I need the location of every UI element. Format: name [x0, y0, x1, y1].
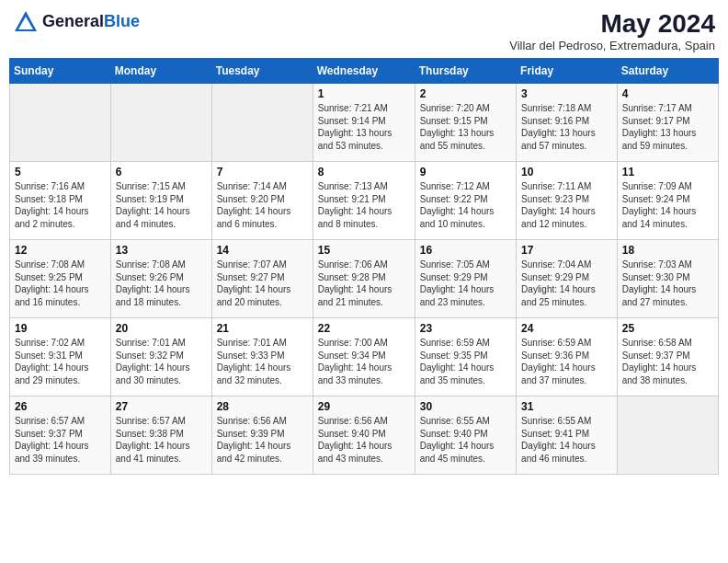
day-info: Sunrise: 7:01 AM Sunset: 9:32 PM Dayligh… [116, 337, 207, 386]
logo-blue: Blue [104, 12, 140, 30]
day-number: 18 [622, 244, 713, 257]
calendar-cell [211, 84, 313, 162]
calendar-cell: 13Sunrise: 7:08 AM Sunset: 9:26 PM Dayli… [110, 240, 211, 318]
day-number: 2 [420, 87, 511, 100]
day-number: 12 [15, 244, 106, 257]
day-info: Sunrise: 7:20 AM Sunset: 9:15 PM Dayligh… [420, 102, 511, 152]
day-number: 19 [15, 322, 106, 335]
day-number: 6 [116, 166, 207, 178]
day-info: Sunrise: 7:13 AM Sunset: 9:21 PM Dayligh… [318, 180, 410, 230]
day-number: 17 [521, 244, 612, 257]
day-number: 1 [318, 87, 410, 100]
day-number: 31 [521, 400, 612, 413]
calendar-cell: 15Sunrise: 7:06 AM Sunset: 9:28 PM Dayli… [313, 240, 415, 318]
location: Villar del Pedroso, Extremadura, Spain [509, 39, 715, 52]
calendar-cell: 31Sunrise: 6:55 AM Sunset: 9:41 PM Dayli… [517, 396, 618, 475]
day-number: 9 [420, 166, 511, 178]
calendar-cell: 10Sunrise: 7:11 AM Sunset: 9:23 PM Dayli… [517, 162, 618, 240]
calendar-table: SundayMondayTuesdayWednesdayThursdayFrid… [9, 58, 719, 475]
calendar-cell: 5Sunrise: 7:16 AM Sunset: 9:18 PM Daylig… [10, 162, 111, 240]
calendar-cell: 11Sunrise: 7:09 AM Sunset: 9:24 PM Dayli… [617, 162, 718, 240]
day-info: Sunrise: 7:07 AM Sunset: 9:27 PM Dayligh… [217, 259, 308, 308]
day-info: Sunrise: 7:01 AM Sunset: 9:33 PM Dayligh… [217, 337, 308, 386]
calendar-cell: 14Sunrise: 7:07 AM Sunset: 9:27 PM Dayli… [211, 240, 313, 318]
calendar-cell: 8Sunrise: 7:13 AM Sunset: 9:21 PM Daylig… [313, 162, 415, 240]
weekday-header-saturday: Saturday [617, 59, 718, 84]
day-info: Sunrise: 7:02 AM Sunset: 9:31 PM Dayligh… [15, 337, 106, 386]
calendar-cell: 4Sunrise: 7:17 AM Sunset: 9:17 PM Daylig… [617, 84, 718, 162]
day-number: 11 [622, 166, 713, 178]
day-number: 3 [521, 87, 612, 100]
day-number: 29 [318, 400, 410, 413]
day-number: 16 [420, 244, 511, 257]
day-info: Sunrise: 6:55 AM Sunset: 9:41 PM Dayligh… [521, 415, 612, 465]
day-info: Sunrise: 7:12 AM Sunset: 9:22 PM Dayligh… [420, 180, 511, 230]
day-info: Sunrise: 7:14 AM Sunset: 9:20 PM Dayligh… [217, 180, 308, 230]
day-number: 13 [116, 244, 207, 257]
day-info: Sunrise: 7:16 AM Sunset: 9:18 PM Dayligh… [15, 180, 106, 230]
page-header: GeneralBlue May 2024 Villar del Pedroso,… [9, 9, 719, 52]
calendar-cell: 28Sunrise: 6:56 AM Sunset: 9:39 PM Dayli… [211, 396, 313, 475]
day-info: Sunrise: 6:56 AM Sunset: 9:40 PM Dayligh… [318, 415, 410, 465]
calendar-cell [10, 84, 111, 162]
weekday-header-monday: Monday [110, 59, 211, 84]
day-info: Sunrise: 7:17 AM Sunset: 9:17 PM Dayligh… [622, 102, 713, 152]
day-info: Sunrise: 6:58 AM Sunset: 9:37 PM Dayligh… [622, 337, 713, 386]
day-number: 15 [318, 244, 410, 257]
title-block: May 2024 Villar del Pedroso, Extremadura… [509, 9, 715, 52]
calendar-cell: 22Sunrise: 7:00 AM Sunset: 9:34 PM Dayli… [313, 318, 415, 396]
calendar-cell: 26Sunrise: 6:57 AM Sunset: 9:37 PM Dayli… [10, 396, 111, 475]
calendar-cell: 12Sunrise: 7:08 AM Sunset: 9:25 PM Dayli… [10, 240, 111, 318]
day-number: 26 [15, 400, 106, 413]
day-info: Sunrise: 6:56 AM Sunset: 9:39 PM Dayligh… [217, 415, 308, 465]
calendar-cell: 3Sunrise: 7:18 AM Sunset: 9:16 PM Daylig… [517, 84, 618, 162]
calendar-cell: 20Sunrise: 7:01 AM Sunset: 9:32 PM Dayli… [110, 318, 211, 396]
day-info: Sunrise: 7:05 AM Sunset: 9:29 PM Dayligh… [420, 259, 511, 308]
day-info: Sunrise: 7:18 AM Sunset: 9:16 PM Dayligh… [521, 102, 612, 152]
day-info: Sunrise: 7:00 AM Sunset: 9:34 PM Dayligh… [318, 337, 410, 386]
logo: GeneralBlue [13, 9, 140, 35]
weekday-header-sunday: Sunday [10, 59, 111, 84]
day-info: Sunrise: 7:08 AM Sunset: 9:25 PM Dayligh… [15, 259, 106, 308]
calendar-cell: 17Sunrise: 7:04 AM Sunset: 9:29 PM Dayli… [517, 240, 618, 318]
calendar-cell: 6Sunrise: 7:15 AM Sunset: 9:19 PM Daylig… [110, 162, 211, 240]
day-number: 14 [217, 244, 308, 257]
day-number: 23 [420, 322, 511, 335]
calendar-cell: 16Sunrise: 7:05 AM Sunset: 9:29 PM Dayli… [415, 240, 516, 318]
day-number: 7 [217, 166, 308, 178]
day-info: Sunrise: 7:06 AM Sunset: 9:28 PM Dayligh… [318, 259, 410, 308]
day-info: Sunrise: 7:04 AM Sunset: 9:29 PM Dayligh… [521, 259, 612, 308]
logo-icon [13, 9, 39, 35]
calendar-cell: 24Sunrise: 6:59 AM Sunset: 9:36 PM Dayli… [517, 318, 618, 396]
day-info: Sunrise: 7:08 AM Sunset: 9:26 PM Dayligh… [116, 259, 207, 308]
weekday-header-friday: Friday [517, 59, 618, 84]
day-number: 8 [318, 166, 410, 178]
day-info: Sunrise: 7:21 AM Sunset: 9:14 PM Dayligh… [318, 102, 410, 152]
calendar-cell: 19Sunrise: 7:02 AM Sunset: 9:31 PM Dayli… [10, 318, 111, 396]
calendar-cell: 7Sunrise: 7:14 AM Sunset: 9:20 PM Daylig… [211, 162, 313, 240]
day-number: 5 [15, 166, 106, 178]
calendar-cell: 30Sunrise: 6:55 AM Sunset: 9:40 PM Dayli… [415, 396, 516, 475]
calendar-cell: 23Sunrise: 6:59 AM Sunset: 9:35 PM Dayli… [415, 318, 516, 396]
day-number: 21 [217, 322, 308, 335]
day-number: 27 [116, 400, 207, 413]
calendar-cell: 27Sunrise: 6:57 AM Sunset: 9:38 PM Dayli… [110, 396, 211, 475]
calendar-cell: 1Sunrise: 7:21 AM Sunset: 9:14 PM Daylig… [313, 84, 415, 162]
day-info: Sunrise: 6:59 AM Sunset: 9:36 PM Dayligh… [521, 337, 612, 386]
day-info: Sunrise: 6:55 AM Sunset: 9:40 PM Dayligh… [420, 415, 511, 465]
calendar-cell: 18Sunrise: 7:03 AM Sunset: 9:30 PM Dayli… [617, 240, 718, 318]
day-info: Sunrise: 6:57 AM Sunset: 9:38 PM Dayligh… [116, 415, 207, 465]
day-number: 22 [318, 322, 410, 335]
weekday-header-thursday: Thursday [415, 59, 516, 84]
calendar-cell: 29Sunrise: 6:56 AM Sunset: 9:40 PM Dayli… [313, 396, 415, 475]
day-info: Sunrise: 7:09 AM Sunset: 9:24 PM Dayligh… [622, 180, 713, 230]
calendar-cell: 25Sunrise: 6:58 AM Sunset: 9:37 PM Dayli… [617, 318, 718, 396]
weekday-header-tuesday: Tuesday [211, 59, 313, 84]
day-info: Sunrise: 6:57 AM Sunset: 9:37 PM Dayligh… [15, 415, 106, 465]
day-info: Sunrise: 6:59 AM Sunset: 9:35 PM Dayligh… [420, 337, 511, 386]
day-number: 28 [217, 400, 308, 413]
day-number: 30 [420, 400, 511, 413]
calendar-cell: 2Sunrise: 7:20 AM Sunset: 9:15 PM Daylig… [415, 84, 516, 162]
day-info: Sunrise: 7:03 AM Sunset: 9:30 PM Dayligh… [622, 259, 713, 308]
day-number: 4 [622, 87, 713, 100]
